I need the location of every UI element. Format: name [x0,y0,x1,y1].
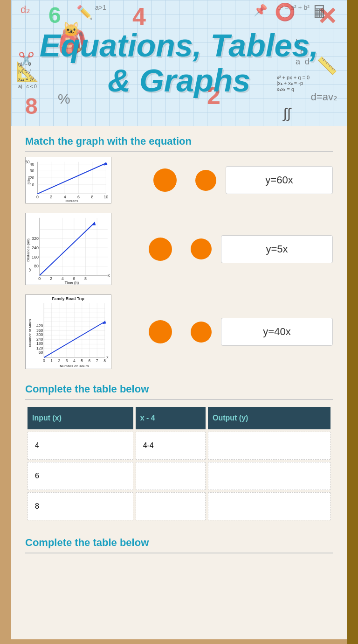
equation-box-3[interactable]: y=40x [221,318,333,346]
graph-3: Family Road Trip [25,294,111,369]
svg-text:8: 8 [84,276,87,281]
svg-text:40: 40 [30,162,34,167]
svg-text:120: 120 [36,346,43,350]
svg-text:Time (h): Time (h) [65,280,79,285]
svg-marker-52 [91,222,96,225]
svg-text:6: 6 [89,358,91,363]
svg-text:2: 2 [58,358,60,363]
col-header-output: Output (y) [208,407,330,429]
svg-text:320: 320 [32,236,39,241]
match-row-2: 80 160 240 320 y 0 2 4 6 8 x Time (h) [25,213,333,285]
section1-title: Match the graph with the equation [25,135,333,152]
svg-text:Family Road Trip: Family Road Trip [52,296,84,301]
expression-cell-3[interactable] [136,492,206,520]
section2-title: Complete the table below [25,383,333,400]
equation-row-3: y=40x [177,318,333,346]
table-row: 8 [28,492,330,520]
connector-circle-eq-3 [191,322,212,343]
equation-row-2: y=5x [177,235,333,263]
svg-text:x: x [108,273,110,278]
connector-circle-1 [153,168,177,192]
svg-text:160: 160 [32,255,39,259]
table-section-1: Complete the table below Input (x) x - 4… [25,383,333,523]
svg-text:4: 4 [73,358,76,363]
svg-text:0: 0 [38,276,41,281]
table-section-2: Complete the table below [25,537,333,553]
svg-text:360: 360 [36,328,43,333]
svg-text:1: 1 [50,358,53,363]
svg-text:Minutes: Minutes [65,199,78,203]
input-cell-2: 6 [28,462,133,490]
svg-text:0: 0 [36,195,39,199]
svg-text:Number of Miles: Number of Miles [28,319,32,347]
connector-circle-3 [149,320,172,343]
equation-box-1[interactable]: y=60x [226,166,333,194]
svg-text:240: 240 [36,337,43,342]
page-title: Equations, Tables, & Graphs [28,28,330,98]
svg-text:8: 8 [103,358,106,363]
svg-text:420: 420 [36,323,43,328]
svg-text:50: 50 [26,160,30,164]
svg-text:Distance (mi): Distance (mi) [26,238,30,262]
svg-text:x: x [106,355,109,359]
match-row-1: 10 20 30 40 50 0 2 4 6 8 10 Minutes [25,157,333,203]
col-header-input: Input (x) [28,407,133,429]
connector-circle-eq-2 [191,238,212,259]
svg-line-24 [37,163,106,194]
svg-text:0: 0 [43,358,45,363]
svg-text:30: 30 [30,168,34,173]
svg-text:10: 10 [103,195,108,199]
equation-row-1: y=60x [181,166,333,194]
svg-marker-95 [103,321,106,324]
svg-text:180: 180 [36,341,43,346]
table-row: 4 4-4 [28,432,330,460]
svg-text:8: 8 [91,195,93,199]
svg-text:60: 60 [39,350,43,355]
connector-circle-eq-1 [195,170,216,191]
svg-text:300: 300 [36,332,43,337]
svg-text:2: 2 [50,195,52,199]
output-cell-3[interactable] [208,492,330,520]
expression-cell-2[interactable] [136,462,206,490]
col-header-expression: x - 4 [136,407,206,429]
svg-text:y: y [29,267,32,272]
svg-text:2: 2 [50,276,52,281]
graph-1: 10 20 30 40 50 0 2 4 6 8 10 Minutes [25,157,111,203]
match-row-3: Family Road Trip [25,294,333,369]
svg-text:Miles: Miles [27,176,31,184]
svg-text:Number of Hours: Number of Hours [60,364,89,368]
input-cell-3: 8 [28,492,133,520]
table-row: 6 [28,462,330,490]
expression-cell-1: 4-4 [136,432,206,460]
input-cell-1: 4 [28,432,133,460]
output-cell-2[interactable] [208,462,330,490]
svg-text:7: 7 [96,358,98,363]
match-section: Match the graph with the equation [25,135,333,369]
svg-text:3: 3 [66,358,68,363]
output-cell-1[interactable] [208,432,330,460]
input-output-table: Input (x) x - 4 Output (y) 4 4-4 6 [25,405,333,523]
svg-text:80: 80 [34,264,39,268]
svg-text:4: 4 [62,276,64,281]
section3-title: Complete the table below [25,537,333,553]
page-header: d₂ a>1 d² = a² + b² 6 4 ✕ ✏️ 📌 ⭕ 🖩 🎒 🐱 📐… [11,0,347,126]
graph-2: 80 160 240 320 y 0 2 4 6 8 x Time (h) [25,213,111,285]
svg-text:240: 240 [32,245,39,250]
equation-box-2[interactable]: y=5x [221,235,333,263]
svg-text:5: 5 [81,358,83,363]
connector-circle-2 [149,238,172,261]
svg-line-51 [40,224,94,276]
main-content: Match the graph with the equation [11,126,347,639]
